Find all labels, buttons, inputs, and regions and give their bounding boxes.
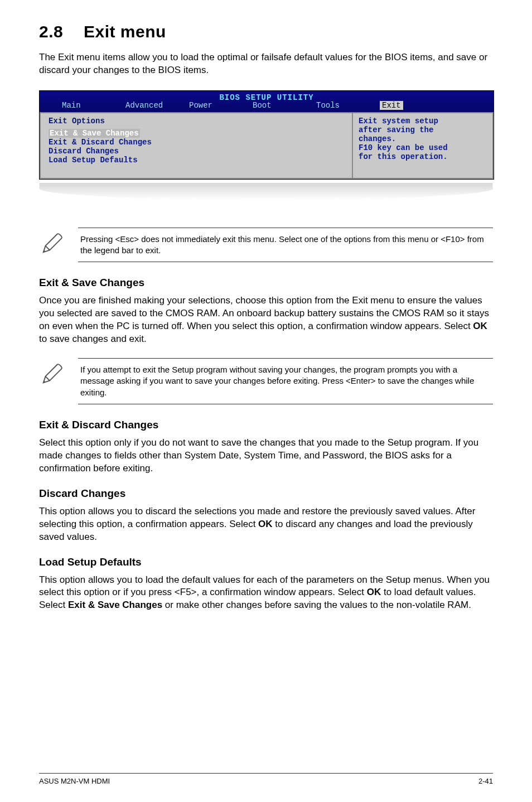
note-esc-text: Pressing <Esc> does not immediately exit…: [78, 228, 493, 263]
bios-tab-advanced: Advanced: [125, 101, 189, 110]
heading-exit-discard: Exit & Discard Changes: [39, 419, 493, 431]
text: or make other changes before saving the …: [162, 600, 471, 610]
bios-help-line: after saving the: [359, 125, 487, 134]
footer-left: ASUS M2N-VM HDMI: [39, 777, 110, 785]
ok-bold: OK: [473, 321, 487, 331]
footer-right: 2-41: [478, 777, 493, 785]
page-footer: ASUS M2N-VM HDMI 2-41: [39, 773, 493, 785]
bios-item-exit-discard: Exit & Discard Changes: [49, 138, 344, 147]
bios-left-heading: Exit Options: [49, 117, 344, 125]
heading-discard: Discard Changes: [39, 487, 493, 500]
bios-header: BIOS SETUP UTILITY Main Advanced Power B…: [40, 91, 494, 112]
text: to save changes and exit.: [39, 334, 147, 344]
bios-item-discard: Discard Changes: [49, 147, 344, 156]
bios-help-line: Exit system setup: [359, 117, 487, 125]
bios-help-line: for this operation.: [359, 152, 487, 161]
note-esc: Pressing <Esc> does not immediately exit…: [39, 228, 493, 263]
bios-tab-power: Power: [189, 101, 253, 110]
bios-screenshot: BIOS SETUP UTILITY Main Advanced Power B…: [39, 90, 494, 180]
heading-load-defaults: Load Setup Defaults: [39, 556, 493, 568]
bios-item-exit-save: Exit & Save Changes: [49, 129, 344, 138]
bios-body: Exit Options Exit & Save Changes Exit & …: [40, 112, 494, 179]
bios-tab-boot: Boot: [253, 101, 316, 110]
bios-tab-tools: Tools: [316, 101, 380, 110]
note-enter: If you attempt to exit the Setup program…: [39, 358, 493, 404]
bios-right-pane: Exit system setup after saving the chang…: [352, 112, 494, 179]
bios-left-pane: Exit Options Exit & Save Changes Exit & …: [40, 112, 352, 179]
body-exit-discard: Select this option only if you do not wa…: [39, 437, 493, 475]
body-discard: This option allows you to discard the se…: [39, 505, 493, 544]
bios-help-line: F10 key can be used: [359, 143, 487, 152]
bios-tab-main: Main: [62, 101, 125, 110]
ok-bold: OK: [367, 587, 381, 597]
intro-paragraph: The Exit menu items allow you to load th…: [39, 51, 493, 77]
pencil-icon: [39, 228, 65, 259]
heading-exit-save: Exit & Save Changes: [39, 277, 493, 289]
section-heading: 2.8Exit menu: [39, 22, 493, 41]
bios-tab-exit: Exit: [380, 101, 403, 110]
text: Once you are finished making your select…: [39, 295, 489, 331]
exit-save-bold: Exit & Save Changes: [68, 600, 162, 610]
bios-item-load-defaults: Load Setup Defaults: [49, 156, 344, 165]
bios-help-line: changes.: [359, 134, 487, 143]
body-exit-save: Once you are finished making your select…: [39, 294, 493, 346]
bios-tabs: Main Advanced Power Boot Tools Exit: [40, 101, 494, 111]
section-number: 2.8: [39, 22, 84, 41]
note-enter-text: If you attempt to exit the Setup program…: [78, 358, 493, 404]
ok-bold: OK: [258, 519, 273, 529]
section-title-text: Exit menu: [84, 22, 166, 41]
bios-shadow: [39, 183, 493, 200]
pencil-icon: [39, 358, 65, 389]
body-load-defaults: This option allows you to load the defau…: [39, 574, 493, 612]
